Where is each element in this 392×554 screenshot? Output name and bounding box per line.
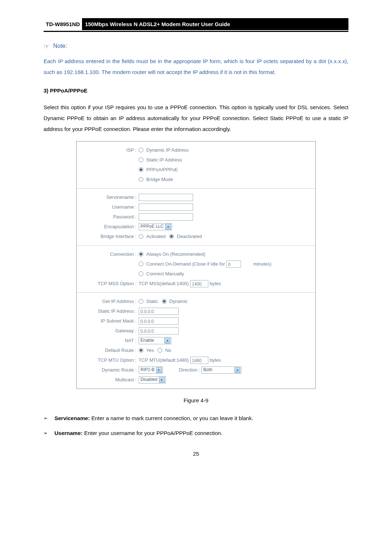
tcp-mtu-pre: TCP MTU(default:1480) bbox=[139, 356, 189, 364]
credentials-section: Servicename : Username : Password : Enca… bbox=[77, 189, 315, 246]
getip-dynamic-radio[interactable] bbox=[162, 299, 167, 304]
bullet-arrow-icon: ➢ bbox=[44, 428, 54, 438]
direction-value: Both bbox=[203, 366, 212, 374]
section-body: Select this option if your ISP requires … bbox=[44, 102, 348, 135]
default-route-label: Default Route : bbox=[82, 346, 139, 354]
getip-dynamic-text: Dynamic bbox=[170, 297, 188, 305]
isp-bridge-radio[interactable] bbox=[139, 177, 143, 182]
tcp-mss-pre: TCP MSS(default:1400) bbox=[139, 279, 189, 288]
bullet-bold: Servicename: bbox=[54, 415, 90, 421]
bullet-bold: Username: bbox=[54, 430, 83, 436]
conn-ondemand-pre: Connect On-Demand (Close if idle for bbox=[146, 260, 225, 268]
default-route-no-radio[interactable] bbox=[158, 348, 162, 353]
bridge-deactivated-radio[interactable] bbox=[169, 234, 174, 239]
chevron-down-icon: ▾ bbox=[165, 224, 171, 230]
bullet-arrow-icon: ➢ bbox=[44, 413, 54, 423]
bridge-deactivated-text: Deactivated bbox=[177, 232, 202, 241]
encapsulation-select[interactable]: PPPoE LLC ▾ bbox=[139, 223, 172, 230]
tcp-mss-input[interactable]: 1400 bbox=[190, 280, 208, 287]
conn-manual-text: Connect Manually bbox=[146, 270, 184, 278]
multicast-value: Disabled bbox=[140, 376, 158, 384]
static-ip-input[interactable]: 0.0.0.0 bbox=[139, 308, 179, 315]
tcp-mtu-label: TCP MTU Option : bbox=[82, 356, 139, 364]
connection-label: Connection : bbox=[82, 250, 139, 258]
direction-select[interactable]: Both ▾ bbox=[201, 366, 241, 374]
chevron-down-icon: ▾ bbox=[159, 377, 165, 383]
isp-static-text: Static IP Address bbox=[146, 156, 182, 164]
isp-static-radio[interactable] bbox=[139, 157, 143, 162]
bullet-text: Username: Enter your username for your P… bbox=[54, 428, 222, 438]
bridge-interface-label: Bridge Interface : bbox=[82, 232, 139, 241]
password-input[interactable] bbox=[139, 213, 193, 221]
tcp-mtu-bytes: bytes bbox=[210, 356, 221, 364]
section-heading: 3) PPPoA/PPPoE bbox=[44, 86, 348, 95]
note-label-text: Note: bbox=[53, 43, 67, 49]
dynamic-route-value: RIP2-B bbox=[140, 366, 155, 374]
chevron-down-icon: ▾ bbox=[156, 367, 162, 373]
gateway-label: Gateway : bbox=[82, 327, 139, 335]
servicename-input[interactable] bbox=[139, 194, 193, 201]
gateway-input[interactable]: 0.0.0.0 bbox=[139, 327, 179, 335]
model-id: TD-W8951ND bbox=[44, 18, 82, 30]
chevron-down-icon: ▾ bbox=[234, 367, 240, 373]
tcp-mtu-input[interactable]: 1480 bbox=[190, 357, 208, 364]
multicast-select[interactable]: Disabled ▾ bbox=[139, 376, 166, 383]
nat-select[interactable]: Enable ▾ bbox=[139, 337, 171, 344]
doc-header: TD-W8951ND 150Mbps Wireless N ADSL2+ Mod… bbox=[44, 18, 348, 32]
config-panel: ISP : Dynamic IP Address Static IP Addre… bbox=[76, 141, 316, 389]
encapsulation-label: Encapsulation : bbox=[82, 222, 139, 231]
doc-title: 150Mbps Wireless N ADSL2+ Modem Router U… bbox=[82, 18, 348, 30]
dynamic-route-label: Dynamic Route : bbox=[82, 366, 139, 374]
tcp-mss-label: TCP MSS Option : bbox=[82, 279, 139, 288]
connection-section: Connection : Always On (Recommended) Con… bbox=[77, 246, 315, 293]
getip-label: Get IP Address : bbox=[82, 297, 139, 305]
tcp-mss-bytes: bytes bbox=[210, 279, 221, 288]
subnet-label: IP Subnet Mask : bbox=[82, 317, 139, 325]
default-route-no-text: No bbox=[165, 346, 171, 354]
isp-pppoa-radio[interactable] bbox=[139, 167, 143, 172]
header-inner: TD-W8951ND 150Mbps Wireless N ADSL2+ Mod… bbox=[44, 18, 348, 30]
dynamic-route-select[interactable]: RIP2-B ▾ bbox=[139, 366, 163, 374]
conn-manual-radio[interactable] bbox=[139, 271, 143, 276]
username-input[interactable] bbox=[139, 204, 193, 211]
bullet-item: ➢ Username: Enter your username for your… bbox=[44, 428, 348, 438]
isp-section: ISP : Dynamic IP Address Static IP Addre… bbox=[77, 141, 315, 189]
nat-label: NAT : bbox=[82, 336, 139, 345]
figure-caption: Figure 4-9 bbox=[44, 395, 348, 405]
bullet-item: ➢ Servicename: Enter a name to mark curr… bbox=[44, 413, 348, 423]
direction-label: Direction : bbox=[179, 366, 200, 374]
multicast-label: Multicast : bbox=[82, 376, 139, 384]
bridge-activated-text: Activated bbox=[146, 232, 166, 241]
bullet-rest: Enter your username for your PPPoA/PPPoE… bbox=[83, 430, 222, 436]
note-label: ☞ Note: bbox=[44, 41, 348, 52]
isp-pppoa-text: PPPoA/PPPoE bbox=[146, 165, 178, 174]
getip-static-radio[interactable] bbox=[139, 299, 143, 304]
nat-value: Enable bbox=[140, 337, 154, 345]
conn-ondemand-post: minutes) bbox=[253, 260, 271, 268]
isp-dynamic-text: Dynamic IP Address bbox=[146, 146, 189, 154]
pointing-hand-icon: ☞ bbox=[44, 43, 49, 50]
bridge-activated-radio[interactable] bbox=[139, 234, 143, 239]
encapsulation-value: PPPoE LLC bbox=[140, 223, 164, 231]
ip-section: Get IP Address : Static Dynamic Static I… bbox=[77, 293, 315, 389]
note-body: Each IP address entered in the fields mu… bbox=[44, 56, 348, 78]
conn-always-text: Always On (Recommended) bbox=[146, 250, 205, 258]
getip-static-text: Static bbox=[146, 297, 158, 305]
bullet-rest: Enter a name to mark current connection,… bbox=[90, 415, 253, 421]
default-route-yes-radio[interactable] bbox=[139, 348, 143, 353]
password-label: Password : bbox=[82, 213, 139, 221]
isp-dynamic-radio[interactable] bbox=[139, 148, 143, 152]
config-figure: ISP : Dynamic IP Address Static IP Addre… bbox=[44, 141, 348, 389]
default-route-yes-text: Yes bbox=[146, 346, 154, 354]
conn-always-radio[interactable] bbox=[139, 252, 143, 257]
bullet-text: Servicename: Enter a name to mark curren… bbox=[54, 413, 253, 423]
isp-label: ISP : bbox=[82, 146, 139, 154]
conn-ondemand-radio[interactable] bbox=[139, 262, 143, 266]
chevron-down-icon: ▾ bbox=[164, 338, 170, 344]
page-number: 25 bbox=[44, 449, 348, 459]
servicename-label: Servicename : bbox=[82, 193, 139, 201]
static-ip-label: Static IP Address : bbox=[82, 307, 139, 315]
isp-bridge-text: Bridge Mode bbox=[146, 175, 173, 184]
conn-idle-input[interactable]: 0 bbox=[226, 260, 241, 268]
subnet-input[interactable]: 0.0.0.0 bbox=[139, 317, 179, 325]
